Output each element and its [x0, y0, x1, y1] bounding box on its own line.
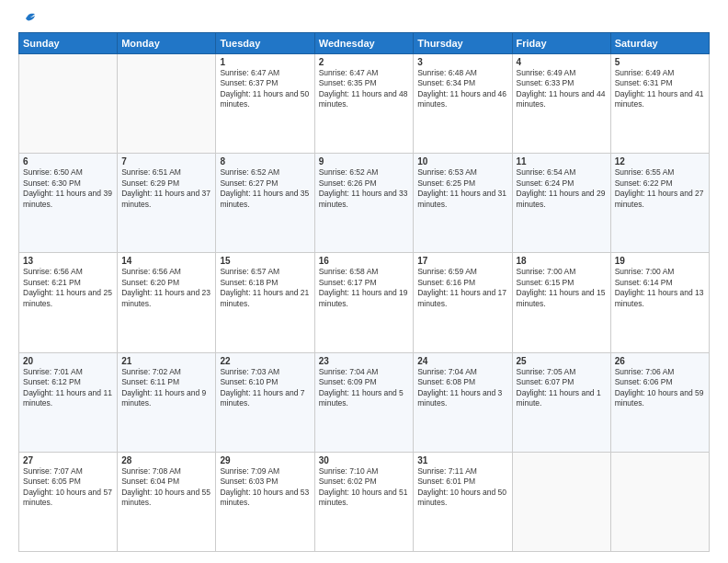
day-number: 21 [121, 356, 211, 366]
calendar-cell: 14Sunrise: 6:56 AMSunset: 6:20 PMDayligh… [118, 253, 216, 352]
day-number: 18 [517, 256, 607, 266]
cell-info: Sunrise: 6:47 AMSunset: 6:37 PMDaylight:… [220, 68, 310, 110]
calendar-cell: 26Sunrise: 7:06 AMSunset: 6:06 PMDayligh… [610, 352, 709, 452]
day-number: 10 [417, 156, 507, 167]
day-number: 11 [517, 156, 607, 167]
day-number: 22 [220, 356, 310, 366]
day-header-wednesday: Wednesday [314, 33, 413, 54]
cell-info: Sunrise: 6:56 AMSunset: 6:21 PMDaylight:… [23, 267, 113, 309]
day-number: 31 [417, 455, 507, 465]
cell-info: Sunrise: 6:52 AMSunset: 6:27 PMDaylight:… [220, 167, 310, 210]
calendar-cell: 17Sunrise: 6:59 AMSunset: 6:16 PMDayligh… [414, 253, 512, 352]
calendar-cell: 23Sunrise: 7:04 AMSunset: 6:09 PMDayligh… [314, 352, 413, 452]
header [18, 15, 710, 25]
day-number: 24 [417, 356, 507, 366]
cell-info: Sunrise: 7:04 AMSunset: 6:08 PMDaylight:… [417, 367, 507, 409]
day-number: 4 [517, 57, 607, 67]
calendar-cell [19, 54, 118, 154]
cell-info: Sunrise: 6:50 AMSunset: 6:30 PMDaylight:… [23, 167, 113, 210]
day-number: 9 [319, 156, 409, 167]
day-number: 12 [615, 156, 705, 167]
cell-info: Sunrise: 6:52 AMSunset: 6:26 PMDaylight:… [319, 167, 409, 210]
day-header-saturday: Saturday [610, 33, 709, 54]
cell-info: Sunrise: 7:06 AMSunset: 6:06 PMDaylight:… [615, 367, 705, 409]
calendar-cell: 25Sunrise: 7:05 AMSunset: 6:07 PMDayligh… [512, 352, 610, 452]
cell-info: Sunrise: 6:59 AMSunset: 6:16 PMDaylight:… [417, 267, 507, 309]
calendar-cell: 5Sunrise: 6:49 AMSunset: 6:31 PMDaylight… [610, 54, 709, 154]
cell-info: Sunrise: 7:05 AMSunset: 6:07 PMDaylight:… [517, 367, 607, 409]
day-number: 6 [23, 156, 113, 167]
week-row-0: 1Sunrise: 6:47 AMSunset: 6:37 PMDaylight… [19, 54, 710, 154]
calendar-cell: 18Sunrise: 7:00 AMSunset: 6:15 PMDayligh… [512, 253, 610, 352]
week-row-1: 6Sunrise: 6:50 AMSunset: 6:30 PMDaylight… [19, 154, 710, 253]
cell-info: Sunrise: 7:03 AMSunset: 6:10 PMDaylight:… [220, 367, 310, 409]
day-number: 2 [319, 57, 409, 67]
calendar-cell: 19Sunrise: 7:00 AMSunset: 6:14 PMDayligh… [610, 253, 709, 352]
cell-info: Sunrise: 6:54 AMSunset: 6:24 PMDaylight:… [517, 167, 607, 210]
cell-info: Sunrise: 7:04 AMSunset: 6:09 PMDaylight:… [319, 367, 409, 409]
week-row-3: 20Sunrise: 7:01 AMSunset: 6:12 PMDayligh… [19, 352, 710, 452]
cell-info: Sunrise: 7:09 AMSunset: 6:03 PMDaylight:… [220, 466, 310, 509]
calendar-cell: 15Sunrise: 6:57 AMSunset: 6:18 PMDayligh… [216, 253, 314, 352]
cell-info: Sunrise: 6:55 AMSunset: 6:22 PMDaylight:… [615, 167, 705, 210]
calendar-cell: 24Sunrise: 7:04 AMSunset: 6:08 PMDayligh… [414, 352, 512, 452]
week-row-4: 27Sunrise: 7:07 AMSunset: 6:05 PMDayligh… [19, 452, 710, 551]
day-header-tuesday: Tuesday [216, 33, 314, 54]
cell-info: Sunrise: 7:07 AMSunset: 6:05 PMDaylight:… [23, 466, 113, 509]
day-number: 28 [121, 455, 211, 465]
calendar-cell: 12Sunrise: 6:55 AMSunset: 6:22 PMDayligh… [610, 154, 709, 253]
day-header-sunday: Sunday [19, 33, 118, 54]
day-header-friday: Friday [512, 33, 610, 54]
calendar-cell: 16Sunrise: 6:58 AMSunset: 6:17 PMDayligh… [314, 253, 413, 352]
day-number: 5 [615, 57, 705, 67]
week-row-2: 13Sunrise: 6:56 AMSunset: 6:21 PMDayligh… [19, 253, 710, 352]
day-number: 30 [319, 455, 409, 465]
day-number: 19 [615, 256, 705, 266]
cell-info: Sunrise: 7:11 AMSunset: 6:01 PMDaylight:… [417, 466, 507, 509]
calendar-cell [512, 452, 610, 551]
day-header-monday: Monday [118, 33, 216, 54]
calendar-cell: 30Sunrise: 7:10 AMSunset: 6:02 PMDayligh… [314, 452, 413, 551]
day-number: 26 [615, 356, 705, 366]
day-number: 14 [121, 256, 211, 266]
calendar-cell [610, 452, 709, 551]
cell-info: Sunrise: 7:10 AMSunset: 6:02 PMDaylight:… [319, 466, 409, 509]
calendar-cell: 1Sunrise: 6:47 AMSunset: 6:37 PMDaylight… [216, 54, 314, 154]
calendar-cell: 29Sunrise: 7:09 AMSunset: 6:03 PMDayligh… [216, 452, 314, 551]
calendar-cell: 10Sunrise: 6:53 AMSunset: 6:25 PMDayligh… [414, 154, 512, 253]
calendar-cell: 8Sunrise: 6:52 AMSunset: 6:27 PMDaylight… [216, 154, 314, 253]
cell-info: Sunrise: 6:56 AMSunset: 6:20 PMDaylight:… [121, 267, 211, 309]
day-number: 3 [417, 57, 507, 67]
calendar-cell: 11Sunrise: 6:54 AMSunset: 6:24 PMDayligh… [512, 154, 610, 253]
cell-info: Sunrise: 6:49 AMSunset: 6:31 PMDaylight:… [615, 68, 705, 110]
cell-info: Sunrise: 7:01 AMSunset: 6:12 PMDaylight:… [23, 367, 113, 409]
logo-bird-icon [19, 13, 36, 28]
day-number: 15 [220, 256, 310, 266]
calendar-cell: 9Sunrise: 6:52 AMSunset: 6:26 PMDaylight… [314, 154, 413, 253]
calendar-cell [118, 54, 216, 154]
day-header-thursday: Thursday [414, 33, 512, 54]
calendar-cell: 28Sunrise: 7:08 AMSunset: 6:04 PMDayligh… [118, 452, 216, 551]
cell-info: Sunrise: 6:53 AMSunset: 6:25 PMDaylight:… [417, 167, 507, 210]
calendar-cell: 27Sunrise: 7:07 AMSunset: 6:05 PMDayligh… [19, 452, 118, 551]
calendar-cell: 13Sunrise: 6:56 AMSunset: 6:21 PMDayligh… [19, 253, 118, 352]
logo-text [18, 15, 36, 25]
day-number: 29 [220, 455, 310, 465]
page: SundayMondayTuesdayWednesdayThursdayFrid… [0, 0, 728, 563]
cell-info: Sunrise: 6:58 AMSunset: 6:17 PMDaylight:… [319, 267, 409, 309]
logo [18, 15, 36, 25]
day-number: 20 [23, 356, 113, 366]
cell-info: Sunrise: 6:47 AMSunset: 6:35 PMDaylight:… [319, 68, 409, 110]
calendar-header-row: SundayMondayTuesdayWednesdayThursdayFrid… [19, 33, 710, 54]
cell-info: Sunrise: 7:00 AMSunset: 6:14 PMDaylight:… [615, 267, 705, 309]
calendar-cell: 21Sunrise: 7:02 AMSunset: 6:11 PMDayligh… [118, 352, 216, 452]
calendar-cell: 3Sunrise: 6:48 AMSunset: 6:34 PMDaylight… [414, 54, 512, 154]
day-number: 8 [220, 156, 310, 167]
cell-info: Sunrise: 6:57 AMSunset: 6:18 PMDaylight:… [220, 267, 310, 309]
day-number: 23 [319, 356, 409, 366]
day-number: 25 [517, 356, 607, 366]
cell-info: Sunrise: 7:08 AMSunset: 6:04 PMDaylight:… [121, 466, 211, 509]
day-number: 27 [23, 455, 113, 465]
calendar-cell: 22Sunrise: 7:03 AMSunset: 6:10 PMDayligh… [216, 352, 314, 452]
calendar-cell: 31Sunrise: 7:11 AMSunset: 6:01 PMDayligh… [414, 452, 512, 551]
